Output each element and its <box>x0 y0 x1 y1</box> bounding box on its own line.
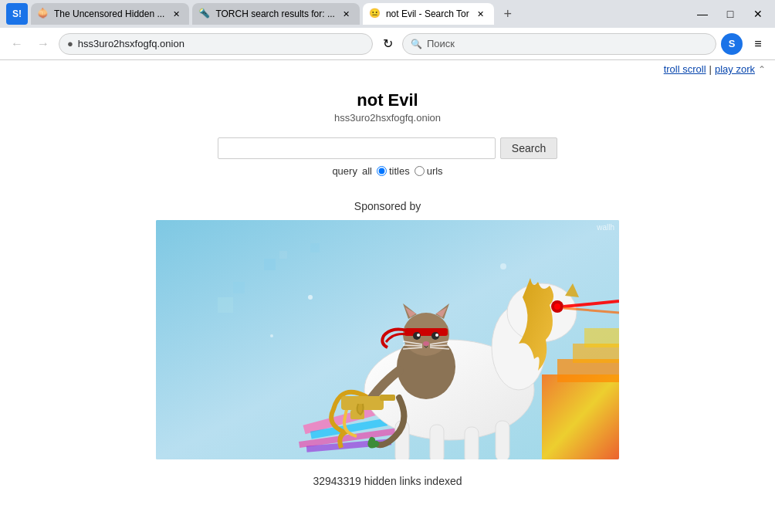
new-tab-button[interactable]: + <box>497 3 519 25</box>
search-hint-text: Поиск <box>427 38 455 49</box>
forward-button[interactable]: → <box>32 33 54 55</box>
svg-point-48 <box>270 334 273 337</box>
svg-rect-45 <box>218 297 233 313</box>
page-title: not Evil <box>357 90 418 110</box>
svg-line-37 <box>430 345 449 346</box>
tab-3-close[interactable]: ✕ <box>474 7 488 21</box>
search-input[interactable] <box>218 137 496 159</box>
profile-icon[interactable]: S <box>721 33 743 55</box>
browser-window: S! 🧅 The Uncensored Hidden ... ✕ 🔦 TORCH… <box>0 0 775 532</box>
play-zork-link[interactable]: play zork <box>715 63 755 75</box>
link-separator: | <box>709 63 712 75</box>
sponsored-label: Sponsored by <box>354 200 421 212</box>
browser-search-bar[interactable]: 🔍 Поиск <box>402 33 716 55</box>
close-button[interactable]: ✕ <box>747 3 769 25</box>
svg-rect-42 <box>264 259 276 270</box>
stats-text: 32943319 hidden links indexed <box>313 475 462 487</box>
tab-2[interactable]: 🔦 TORCH search results for: ... ✕ <box>192 3 359 25</box>
tab-3[interactable]: 😐 not Evil - Search Tor ✕ <box>363 3 494 25</box>
refresh-button[interactable]: ↻ <box>377 34 398 54</box>
page-subtitle: hss3uro2hsxfogfq.onion <box>334 112 441 124</box>
maximize-button[interactable]: □ <box>719 3 741 25</box>
svg-line-34 <box>403 345 422 346</box>
svg-rect-18 <box>430 425 444 459</box>
search-icon: 🔍 <box>411 39 422 49</box>
page-content: not Evil hss3uro2hsxfogfq.onion Search q… <box>0 75 775 532</box>
search-options: query all titles urls <box>332 165 442 177</box>
svg-point-32 <box>423 341 429 346</box>
svg-rect-41 <box>380 395 395 401</box>
svg-rect-44 <box>310 243 320 252</box>
title-bar: S! 🧅 The Uncensored Hidden ... ✕ 🔦 TORCH… <box>0 0 775 28</box>
menu-button[interactable]: ≡ <box>747 33 769 55</box>
top-links-bar: troll scroll | play zork ⌃ <box>0 60 775 75</box>
troll-scroll-link[interactable]: troll scroll <box>664 63 706 75</box>
svg-rect-19 <box>465 427 479 459</box>
sponsor-image: wallh <box>156 220 619 459</box>
url-text: hss3uro2hsxfogfq.onion <box>78 38 364 49</box>
browser-logo: S! <box>6 3 28 25</box>
titles-option[interactable]: titles <box>377 165 410 177</box>
svg-rect-27 <box>404 328 448 336</box>
all-label: all <box>362 165 372 177</box>
info-icon[interactable]: ● <box>67 38 73 49</box>
urls-radio[interactable] <box>415 166 425 176</box>
urls-label: urls <box>427 165 443 177</box>
tab-2-favicon: 🔦 <box>198 8 211 20</box>
svg-point-30 <box>417 334 420 337</box>
titles-label: titles <box>389 165 410 177</box>
tab-1-label: The Uncensored Hidden ... <box>54 8 164 19</box>
tab-1-favicon: 🧅 <box>37 8 49 20</box>
query-label: query <box>332 165 357 177</box>
tab-1[interactable]: 🧅 The Uncensored Hidden ... ✕ <box>31 3 189 25</box>
svg-point-14 <box>554 303 560 310</box>
back-button[interactable]: ← <box>6 33 28 55</box>
svg-rect-46 <box>233 282 245 293</box>
tab-2-label: TORCH search results for: ... <box>215 8 334 19</box>
svg-rect-1 <box>542 374 619 459</box>
sponsor-illustration <box>156 220 619 459</box>
urls-option[interactable]: urls <box>415 165 443 177</box>
svg-point-47 <box>308 295 313 300</box>
tab-3-label: not Evil - Search Tor <box>386 8 469 19</box>
tab-3-favicon: 😐 <box>369 8 381 20</box>
svg-rect-20 <box>496 421 509 459</box>
scroll-up-indicator[interactable]: ⌃ <box>758 64 766 75</box>
minimize-button[interactable]: — <box>692 3 713 25</box>
window-controls: — □ ✕ <box>692 3 769 25</box>
tab-1-close[interactable]: ✕ <box>169 7 183 21</box>
svg-point-49 <box>500 263 506 269</box>
search-form: Search <box>218 137 557 159</box>
address-bar: ← → ● hss3uro2hsxfogfq.onion ↻ 🔍 Поиск S… <box>0 28 775 60</box>
svg-point-31 <box>435 334 438 337</box>
svg-rect-43 <box>279 251 287 259</box>
tab-2-close[interactable]: ✕ <box>340 7 354 21</box>
search-button[interactable]: Search <box>500 137 557 159</box>
svg-rect-4 <box>584 328 619 347</box>
image-watermark: wallh <box>597 223 614 232</box>
titles-radio[interactable] <box>377 166 387 176</box>
url-bar[interactable]: ● hss3uro2hsxfogfq.onion <box>59 33 373 55</box>
